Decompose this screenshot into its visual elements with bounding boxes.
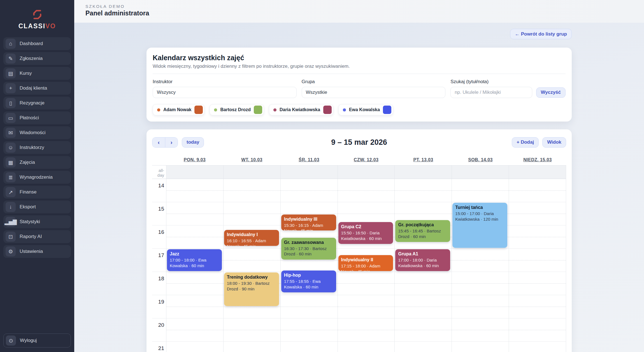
- prev-week-button[interactable]: ‹: [152, 137, 165, 147]
- event-title: Gr. zaawansowana: [284, 240, 333, 245]
- next-week-button[interactable]: ›: [165, 137, 178, 147]
- sidebar-item-instruktorzy[interactable]: ☺Instruktorzy: [3, 141, 71, 154]
- main-area: SZKOŁA DEMO Panel administratora ← Powró…: [74, 0, 644, 352]
- time-slot[interactable]: [224, 202, 280, 225]
- calendar-event[interactable]: Indywidualny II17:15 - 18:00 · Adam Nowa…: [338, 255, 393, 271]
- time-slot[interactable]: [224, 179, 280, 202]
- time-slot[interactable]: [395, 318, 452, 342]
- time-slot[interactable]: [166, 272, 223, 295]
- event-details: 15:45 - 16:45 · Bartosz Drozd · 60 min: [398, 228, 447, 239]
- time-slot[interactable]: [509, 249, 566, 272]
- back-to-groups-button[interactable]: ← Powrót do listy grup: [510, 29, 572, 39]
- sidebar-item-wiadomosci[interactable]: ✉Wiadomości: [3, 126, 71, 139]
- calendar-event[interactable]: Gr. zaawansowana16:30 - 17:30 · Bartosz …: [281, 238, 336, 260]
- group-select[interactable]: [302, 87, 446, 98]
- calendar-event[interactable]: Trening dodatkowy18:00 - 19:30 · Bartosz…: [224, 272, 279, 306]
- allday-cell[interactable]: [280, 165, 338, 179]
- time-slot[interactable]: [395, 179, 452, 202]
- time-slot[interactable]: [281, 342, 338, 352]
- time-slot[interactable]: [452, 179, 509, 202]
- time-slot[interactable]: [452, 249, 509, 272]
- calendar-event[interactable]: Hip-hop17:55 - 18:55 · Ewa Kowalska · 60…: [281, 271, 336, 292]
- time-slot[interactable]: [166, 342, 223, 352]
- calendar-week-title: 9 – 15 mar 2026: [331, 138, 387, 147]
- day-header[interactable]: CZW. 12.03: [338, 156, 395, 165]
- calendar-event[interactable]: Turniej tańca15:00 - 17:00 · Daria Kwiat…: [452, 203, 507, 248]
- sidebar-item-zajecia[interactable]: ▦Zajęcia: [3, 156, 71, 169]
- time-slot[interactable]: [452, 318, 509, 342]
- day-header[interactable]: PT. 13.03: [395, 156, 452, 165]
- calendar-event[interactable]: Gr. początkująca15:45 - 16:45 · Bartosz …: [395, 220, 450, 242]
- time-slot[interactable]: [452, 272, 509, 295]
- allday-cell[interactable]: [394, 165, 452, 179]
- day-header[interactable]: NIEDZ. 15.03: [509, 156, 566, 165]
- legend-chip[interactable]: Ewa Kowalska: [338, 104, 393, 115]
- time-slot[interactable]: [338, 272, 395, 295]
- sidebar-item-eksport[interactable]: ↓Eksport: [3, 201, 71, 213]
- legend-chip[interactable]: Bartosz Drozd: [210, 104, 264, 115]
- time-slot[interactable]: [338, 318, 395, 342]
- time-slot[interactable]: [509, 318, 566, 342]
- time-slot[interactable]: [509, 179, 566, 202]
- day-header[interactable]: SOB. 14.03: [452, 156, 509, 165]
- sidebar-item-statystyki[interactable]: ▂▅▇Statystyki: [3, 215, 71, 228]
- sidebar-item-kursy[interactable]: ▤Kursy: [3, 67, 71, 80]
- day-header[interactable]: ŚR. 11.03: [280, 156, 338, 165]
- sidebar-item-dashboard[interactable]: ⌂Dashboard: [3, 37, 71, 50]
- legend-chip[interactable]: Adam Nowak: [153, 104, 204, 115]
- search-input[interactable]: [450, 87, 532, 98]
- instructor-select[interactable]: [153, 87, 297, 98]
- legend-chip[interactable]: Daria Kwiatkowska: [269, 104, 333, 115]
- sidebar-item-dodaj-klienta[interactable]: +Dodaj klienta: [3, 82, 71, 95]
- allday-cell[interactable]: [338, 165, 395, 179]
- allday-cell[interactable]: [452, 165, 509, 179]
- time-slot[interactable]: [338, 342, 395, 352]
- today-button[interactable]: today: [182, 137, 204, 148]
- sidebar-item-raporty-ai[interactable]: ⊡Raporty AI: [3, 230, 71, 243]
- clear-filters-button[interactable]: Wyczyść: [536, 87, 566, 98]
- day-header[interactable]: WT. 10.03: [223, 156, 280, 165]
- sidebar-item-rezygnacje[interactable]: ▯Rezygnacje: [3, 97, 71, 109]
- time-slot[interactable]: [338, 295, 395, 318]
- time-slot[interactable]: [509, 202, 566, 225]
- calendar-event[interactable]: Jazz17:00 - 18:00 · Ewa Kowalska · 60 mi…: [167, 249, 222, 271]
- time-slot[interactable]: [452, 295, 509, 318]
- time-slot[interactable]: [166, 202, 223, 225]
- view-switch-button[interactable]: Widok: [542, 137, 566, 148]
- day-header[interactable]: PON. 9.03: [166, 156, 223, 165]
- time-slot[interactable]: [395, 272, 452, 295]
- time-slot[interactable]: [166, 295, 223, 318]
- time-slot[interactable]: [224, 342, 280, 352]
- event-details: 18:00 - 19:30 · Bartosz Drozd · 90 min: [227, 281, 276, 292]
- calendar-event[interactable]: Grupa A117:00 - 18:00 · Daria Kwiatkowsk…: [395, 249, 450, 271]
- sidebar-item-finanse[interactable]: ↗Finanse: [3, 186, 71, 199]
- time-slot[interactable]: [395, 342, 452, 352]
- time-slot[interactable]: [224, 318, 280, 342]
- allday-cell[interactable]: [166, 165, 223, 179]
- time-slot[interactable]: [509, 272, 566, 295]
- time-slot[interactable]: [224, 249, 280, 272]
- allday-cell[interactable]: [509, 165, 566, 179]
- time-slot[interactable]: [509, 295, 566, 318]
- time-slot[interactable]: [166, 225, 223, 249]
- allday-cell[interactable]: [223, 165, 280, 179]
- sidebar-item-zgloszenia[interactable]: ✎Zgłoszenia: [3, 52, 71, 65]
- time-slot[interactable]: [281, 179, 338, 202]
- sidebar-item-wyloguj[interactable]: ⊙ Wyloguj: [3, 334, 71, 348]
- time-slot[interactable]: [338, 179, 395, 202]
- calendar-event[interactable]: Indywidualny III15:30 - 16:15 · Adam Now…: [281, 215, 336, 230]
- calendar-event[interactable]: Grupa C215:50 - 16:50 · Daria Kwiatkowsk…: [338, 222, 393, 244]
- time-slot[interactable]: [281, 318, 338, 342]
- time-slot[interactable]: [166, 179, 223, 202]
- calendar-event[interactable]: Indywidualny I16:10 - 16:55 · Adam Nowak…: [224, 230, 279, 246]
- sidebar-item-platnosci[interactable]: ▭Płatności: [3, 111, 71, 124]
- time-slot[interactable]: [452, 342, 509, 352]
- time-slot[interactable]: [509, 225, 566, 249]
- add-event-button[interactable]: + Dodaj: [512, 137, 539, 148]
- time-slot[interactable]: [166, 318, 223, 342]
- sidebar-item-wynagrodzenia[interactable]: ≣Wynagrodzenia: [3, 171, 71, 184]
- time-slot[interactable]: [509, 342, 566, 352]
- time-slot[interactable]: [395, 295, 452, 318]
- time-slot[interactable]: [281, 295, 338, 318]
- sidebar-item-ustawienia[interactable]: ⚙Ustawienia: [3, 245, 71, 258]
